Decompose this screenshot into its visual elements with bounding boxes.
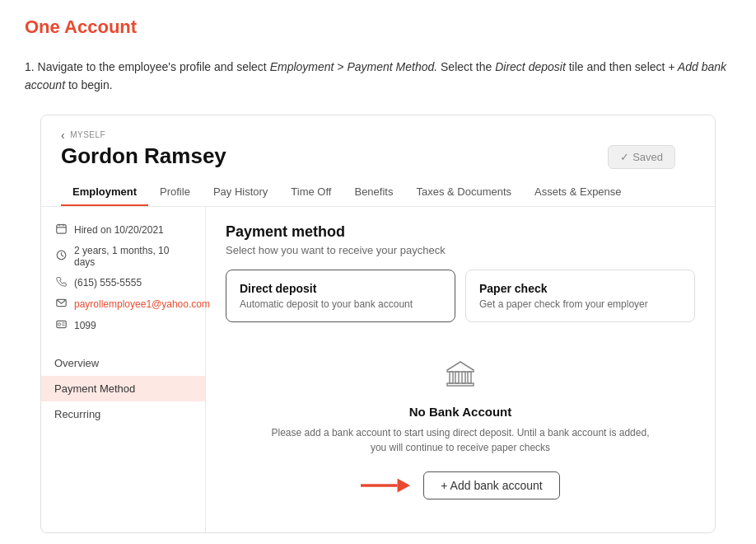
paper-check-tile[interactable]: Paper check Get a paper check from your … — [465, 270, 695, 322]
instruction-text-2: Select the — [441, 60, 495, 73]
svg-rect-15 — [462, 372, 465, 383]
instructions: 1. Navigate to the employee's profile an… — [25, 58, 731, 95]
tab-benefits[interactable]: Benefits — [343, 179, 404, 206]
tab-pay-history[interactable]: Pay History — [202, 179, 279, 206]
instruction-text-3: tile and then select — [569, 60, 669, 73]
hired-date-item: Hired on 10/20/2021 — [41, 220, 205, 240]
phone-item: (615) 555-5555 — [41, 273, 205, 293]
id-text: 1099 — [74, 320, 96, 331]
id-item: 1099 — [41, 316, 205, 335]
svg-rect-13 — [450, 372, 453, 383]
arrow-icon — [361, 473, 410, 498]
add-bank-button[interactable]: + Add bank account — [423, 471, 559, 499]
no-bank-title: No Bank Account — [242, 405, 679, 419]
instruction-text-1: Navigate to the employee's profile and s… — [38, 60, 270, 73]
back-button[interactable]: ‹ — [61, 129, 65, 142]
instruction-text-4: to begin. — [68, 78, 113, 91]
employee-name: Gordon Ramsey — [61, 143, 695, 169]
sidebar: Hired on 10/20/2021 2 years, 1 months, 1… — [41, 207, 206, 532]
svg-line-6 — [61, 255, 63, 256]
email-icon — [54, 298, 68, 311]
direct-deposit-desc: Automatic deposit to your bank account — [240, 298, 441, 310]
no-bank-section: No Bank Account Please add a bank accoun… — [226, 345, 695, 516]
section-title: Payment method — [226, 223, 695, 241]
payment-tiles: Direct deposit Automatic deposit to your… — [226, 270, 695, 322]
bank-icon — [242, 359, 679, 398]
paper-check-desc: Get a paper check from your employer — [479, 298, 681, 310]
id-icon — [54, 319, 68, 332]
phone-icon — [54, 276, 68, 289]
nav-tabs: Employment Profile Pay History Time Off … — [61, 179, 695, 206]
svg-rect-17 — [447, 383, 474, 386]
svg-rect-14 — [455, 372, 459, 383]
svg-rect-0 — [56, 224, 65, 233]
tab-profile[interactable]: Profile — [148, 179, 202, 206]
instruction-italic-2: Direct deposit — [495, 60, 566, 73]
add-bank-row: + Add bank account — [242, 471, 679, 499]
tab-time-off[interactable]: Time Off — [279, 179, 343, 206]
card-header: ‹ MYSELF Gordon Ramsey ✓ Saved Employmen… — [41, 115, 715, 207]
section-subtitle: Select how you want to receive your payc… — [226, 244, 695, 256]
calendar-icon — [54, 223, 68, 237]
tenure-text: 2 years, 1 months, 10 days — [74, 245, 192, 268]
email-item: payrollemployee1@yahoo.com — [41, 294, 205, 314]
card-body: Hired on 10/20/2021 2 years, 1 months, 1… — [41, 207, 715, 532]
phone-text: (615) 555-5555 — [74, 277, 142, 288]
checkmark-icon: ✓ — [620, 151, 629, 163]
svg-marker-12 — [447, 362, 474, 372]
main-content: Payment method Select how you want to re… — [206, 207, 715, 532]
tab-employment[interactable]: Employment — [61, 179, 148, 206]
no-bank-desc: Please add a bank account to start using… — [263, 425, 658, 455]
tab-taxes-documents[interactable]: Taxes & Documents — [404, 179, 523, 206]
svg-point-9 — [58, 323, 60, 326]
employee-card: ‹ MYSELF Gordon Ramsey ✓ Saved Employmen… — [40, 115, 716, 533]
hired-date-text: Hired on 10/20/2021 — [74, 224, 164, 236]
sidebar-item-payment-method[interactable]: Payment Method — [41, 376, 205, 401]
direct-deposit-title: Direct deposit — [240, 282, 441, 295]
tenure-item: 2 years, 1 months, 10 days — [41, 242, 205, 271]
app-title: One Account — [25, 16, 731, 38]
step-number: 1. — [25, 60, 38, 73]
myself-label: ‹ MYSELF — [61, 129, 695, 142]
svg-rect-16 — [468, 372, 471, 383]
saved-button[interactable]: ✓ Saved — [608, 145, 675, 169]
svg-marker-19 — [398, 478, 410, 492]
instruction-italic-1: Employment > Payment Method. — [270, 60, 438, 73]
sidebar-item-overview[interactable]: Overview — [41, 350, 205, 376]
paper-check-title: Paper check — [479, 282, 681, 295]
clock-icon — [54, 250, 68, 263]
tab-assets-expense[interactable]: Assets & Expense — [523, 179, 633, 206]
email-link[interactable]: payrollemployee1@yahoo.com — [74, 298, 210, 310]
direct-deposit-tile[interactable]: Direct deposit Automatic deposit to your… — [226, 270, 455, 322]
sidebar-item-recurring[interactable]: Recurring — [41, 401, 205, 427]
